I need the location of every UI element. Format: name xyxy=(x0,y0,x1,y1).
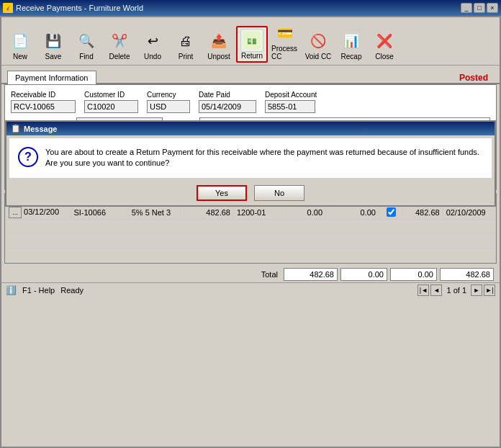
total-label: Total xyxy=(261,270,278,279)
deposit-account-input[interactable] xyxy=(265,100,315,113)
minimize-button[interactable]: _ xyxy=(461,3,472,13)
total-discount xyxy=(340,268,387,281)
delete-icon: ✂️ xyxy=(108,30,131,53)
undo-icon: ↩ xyxy=(141,30,164,53)
return-icon: 💵 xyxy=(240,29,263,52)
table-row: ... 03/12/200 SI-10066 5% 5 Net 3 482.68… xyxy=(6,206,496,220)
navigation-bar: |◄ ◄ 1 of 1 ► ►| xyxy=(418,285,495,296)
currency-field: Currency xyxy=(147,91,190,113)
return-button[interactable]: 💵 Return xyxy=(236,26,268,63)
posted-badge: Posted xyxy=(459,68,494,83)
empty-row xyxy=(6,234,496,248)
message-title-icon: 📋 xyxy=(11,124,21,133)
message-title-text: Message xyxy=(24,125,57,133)
unpost-icon: 📤 xyxy=(207,30,230,53)
close-icon: ❌ xyxy=(373,30,396,53)
deposit-account-field: Deposit Account xyxy=(265,91,317,113)
empty-row xyxy=(6,248,496,263)
status-text: Ready xyxy=(60,286,84,295)
print-button[interactable]: 🖨 Print xyxy=(170,27,202,63)
receivable-id-field: Receivable ID xyxy=(11,91,76,113)
first-page-button[interactable]: |◄ xyxy=(418,285,429,296)
unpost-button[interactable]: 📤 Unpost xyxy=(203,27,235,63)
print-icon: 🖨 xyxy=(174,30,197,53)
find-icon: 🔍 xyxy=(75,30,98,53)
row-expand-button[interactable]: ... xyxy=(9,207,22,218)
recap-icon: 📊 xyxy=(340,30,363,53)
empty-row xyxy=(6,220,496,234)
title-buttons[interactable]: _ □ × xyxy=(461,3,498,13)
void-cc-button[interactable]: 🚫 Void CC xyxy=(302,27,334,63)
close-button[interactable]: ❌ Close xyxy=(369,27,400,63)
total-invoice-total xyxy=(284,268,338,281)
process-cc-icon: 💳 xyxy=(274,22,297,45)
date-paid-input[interactable] xyxy=(199,100,256,113)
undo-button[interactable]: ↩ Undo xyxy=(137,27,168,63)
no-button[interactable]: No xyxy=(254,185,304,201)
close-window-button[interactable]: × xyxy=(487,3,498,13)
message-title-bar: 📋 Message xyxy=(6,122,495,135)
app-icon: 💰 xyxy=(3,3,13,13)
customer-id-input[interactable] xyxy=(84,100,138,113)
currency-input[interactable] xyxy=(147,100,190,113)
yes-button[interactable]: Yes xyxy=(197,185,247,201)
main-window: 📄 New 💾 Save 🔍 Find ✂️ Delete ↩ Undo 🖨 P… xyxy=(0,16,501,448)
toolbar: 📄 New 💾 Save 🔍 Find ✂️ Delete ↩ Undo 🖨 P… xyxy=(1,17,500,66)
message-dialog: 📋 Message ? You are about to create a Re… xyxy=(5,120,496,207)
message-buttons: Yes No xyxy=(6,181,495,205)
svg-text:💵: 💵 xyxy=(247,36,257,46)
status-bar: ℹ️ F1 - Help Ready |◄ ◄ 1 of 1 ► ►| xyxy=(1,282,500,297)
window-title: Receive Payments - Furniture World xyxy=(16,4,143,12)
recap-button[interactable]: 📊 Recap xyxy=(335,27,367,63)
help-icon: ℹ️ xyxy=(6,285,17,295)
help-text: F1 - Help xyxy=(22,286,55,295)
prev-page-button[interactable]: ◄ xyxy=(430,285,442,296)
next-page-button[interactable]: ► xyxy=(471,285,482,296)
message-body: ? You are about to create a Return Payme… xyxy=(9,138,492,178)
maximize-button[interactable]: □ xyxy=(474,3,485,13)
process-cc-button[interactable]: 💳 Process CC xyxy=(269,19,301,63)
tab-payment-info[interactable]: Payment Information xyxy=(7,71,96,84)
message-text: You are about to create a Return Payment… xyxy=(45,147,479,169)
delete-button[interactable]: ✂️ Delete xyxy=(104,27,135,63)
save-icon: 💾 xyxy=(42,30,65,53)
new-button[interactable]: 📄 New xyxy=(4,27,36,63)
total-amount-due xyxy=(390,268,437,281)
find-button[interactable]: 🔍 Find xyxy=(71,27,102,63)
new-icon: 📄 xyxy=(9,30,32,53)
page-info: 1 of 1 xyxy=(443,286,469,295)
total-payment xyxy=(440,268,494,281)
customer-id-field: Customer ID xyxy=(84,91,138,113)
date-paid-field: Date Paid xyxy=(199,91,256,113)
last-page-button[interactable]: ►| xyxy=(484,285,495,296)
paid-checkbox[interactable] xyxy=(387,207,396,217)
title-bar: 💰 Receive Payments - Furniture World _ □… xyxy=(0,0,501,16)
save-button[interactable]: 💾 Save xyxy=(37,27,69,63)
receivable-id-input[interactable] xyxy=(11,100,76,113)
question-icon: ? xyxy=(18,147,38,167)
void-cc-icon: 🚫 xyxy=(307,30,330,53)
